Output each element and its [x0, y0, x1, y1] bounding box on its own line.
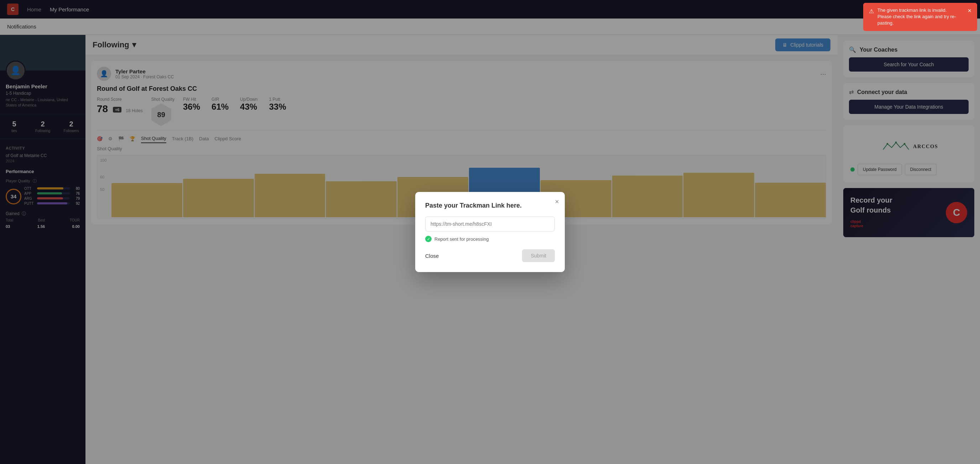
modal-overlay: Paste your Trackman Link here. × ✓ Repor…: [0, 0, 980, 464]
modal-close-x-button[interactable]: ×: [555, 198, 559, 206]
trackman-link-input[interactable]: [425, 216, 555, 232]
modal-success-message: ✓ Report sent for processing: [425, 236, 555, 242]
toast-close-button[interactable]: ×: [967, 7, 972, 14]
modal-footer: Close Submit: [425, 249, 555, 262]
success-text: Report sent for processing: [434, 237, 488, 242]
trackman-modal: Paste your Trackman Link here. × ✓ Repor…: [415, 192, 565, 272]
error-toast: ⚠ The given trackman link is invalid. Pl…: [863, 3, 977, 31]
modal-submit-button[interactable]: Submit: [522, 249, 555, 262]
modal-close-button[interactable]: Close: [425, 253, 439, 259]
success-checkmark-icon: ✓: [425, 236, 431, 242]
toast-message: The given trackman link is invalid. Plea…: [877, 7, 961, 27]
modal-title: Paste your Trackman Link here.: [425, 202, 555, 210]
warning-icon: ⚠: [869, 8, 874, 15]
